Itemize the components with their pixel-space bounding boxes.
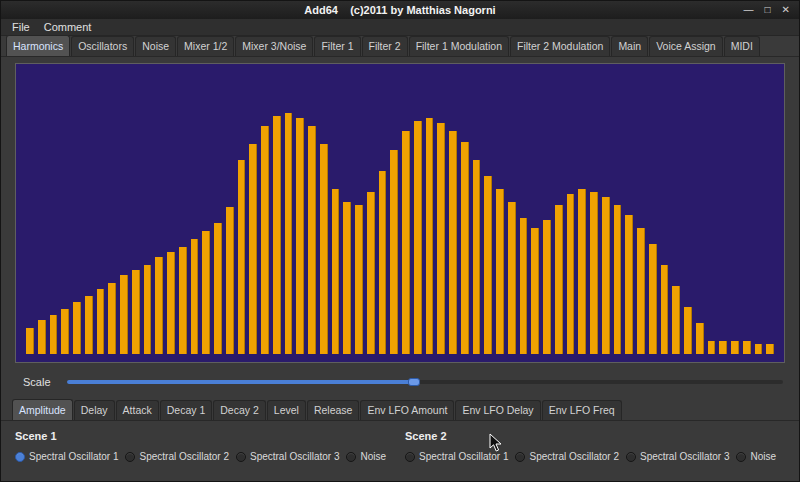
radio-icon[interactable] [346,452,356,462]
tab-mixer-1-2[interactable]: Mixer 1/2 [177,36,234,56]
harmonic-bar-51[interactable] [614,205,622,354]
harmonic-bar-16[interactable] [202,231,210,354]
radio-icon[interactable] [405,452,415,462]
harmonic-bar-44[interactable] [531,228,539,354]
harmonic-bar-10[interactable] [132,270,140,354]
harmonic-bar-28[interactable] [343,202,351,354]
radio-option-scene-1-noise[interactable]: Noise [346,451,386,462]
tab-env-lfo-freq[interactable]: Env LFO Freq [542,400,622,420]
harmonic-bar-24[interactable] [296,118,304,354]
harmonic-bar-33[interactable] [402,131,410,354]
radio-option-scene-1-spectral-oscillator-2[interactable]: Spectral Oscillator 2 [125,451,228,462]
harmonic-bar-54[interactable] [649,244,657,354]
harmonic-bar-14[interactable] [179,247,187,354]
menu-comment[interactable]: Comment [37,20,99,34]
harmonic-bar-11[interactable] [144,265,152,354]
tab-main[interactable]: Main [611,36,648,56]
harmonic-bar-25[interactable] [308,126,316,354]
tab-filter-1-modulation[interactable]: Filter 1 Modulation [409,36,509,56]
harmonic-bar-35[interactable] [426,118,434,354]
maximize-button[interactable]: □ [765,1,771,19]
harmonic-bar-45[interactable] [543,220,551,354]
radio-icon[interactable] [15,452,25,462]
slider-handle[interactable] [408,378,420,386]
radio-icon[interactable] [515,452,525,462]
harmonic-bar-62[interactable] [743,341,751,354]
harmonic-bar-53[interactable] [637,228,645,354]
radio-option-scene-2-spectral-oscillator-3[interactable]: Spectral Oscillator 3 [626,451,729,462]
radio-option-scene-2-noise[interactable]: Noise [736,451,776,462]
harmonic-bar-12[interactable] [155,257,163,354]
tab-voice-assign[interactable]: Voice Assign [649,36,723,56]
tab-env-lfo-amount[interactable]: Env LFO Amount [360,400,454,420]
tab-filter-2[interactable]: Filter 2 [362,36,408,56]
harmonic-bar-9[interactable] [120,275,128,354]
tab-filter-2-modulation[interactable]: Filter 2 Modulation [510,36,610,56]
harmonic-bar-57[interactable] [684,307,692,354]
harmonic-bar-3[interactable] [50,315,58,354]
harmonic-bar-60[interactable] [719,341,727,354]
harmonic-bar-50[interactable] [602,197,610,354]
harmonic-bar-48[interactable] [578,189,586,354]
tab-attack[interactable]: Attack [116,400,159,420]
minimize-button[interactable]: — [744,1,754,19]
harmonic-bar-63[interactable] [755,344,763,354]
radio-option-scene-2-spectral-oscillator-1[interactable]: Spectral Oscillator 1 [405,451,508,462]
harmonic-bar-2[interactable] [38,320,46,354]
tab-harmonics[interactable]: Harmonics [6,35,70,56]
harmonic-bar-40[interactable] [484,176,492,354]
harmonic-bar-17[interactable] [214,223,222,354]
harmonic-bar-7[interactable] [97,289,105,355]
harmonic-bar-15[interactable] [191,239,199,354]
harmonic-bar-6[interactable] [85,296,93,354]
harmonic-bar-22[interactable] [273,116,281,354]
tab-level[interactable]: Level [267,400,306,420]
harmonic-bar-41[interactable] [496,189,504,354]
harmonic-bar-19[interactable] [238,160,246,354]
harmonic-bar-38[interactable] [461,142,469,354]
harmonic-bar-47[interactable] [567,194,575,354]
harmonic-bar-46[interactable] [555,205,563,354]
harmonic-bar-5[interactable] [73,302,81,354]
harmonic-bar-31[interactable] [379,171,387,354]
harmonic-bar-27[interactable] [332,189,340,354]
harmonic-bar-42[interactable] [508,202,516,354]
harmonic-bar-61[interactable] [731,341,739,354]
menu-file[interactable]: File [5,20,37,34]
harmonic-bar-34[interactable] [414,121,422,354]
tab-delay[interactable]: Delay [74,400,115,420]
harmonic-bar-55[interactable] [661,265,669,354]
radio-icon[interactable] [736,452,746,462]
tab-midi[interactable]: MIDI [724,36,760,56]
titlebar[interactable]: Add64 (c)2011 by Matthias Nagorni — □ ✕ [1,1,799,19]
harmonic-bar-52[interactable] [625,215,633,354]
harmonic-bar-29[interactable] [355,205,363,354]
harmonic-bar-18[interactable] [226,207,234,354]
radio-option-scene-1-spectral-oscillator-3[interactable]: Spectral Oscillator 3 [236,451,339,462]
harmonic-bar-20[interactable] [249,144,257,354]
tab-noise[interactable]: Noise [135,36,176,56]
scale-slider[interactable] [67,375,783,389]
harmonic-bar-49[interactable] [590,192,598,354]
tab-mixer-3-noise[interactable]: Mixer 3/Noise [235,36,313,56]
harmonic-bar-26[interactable] [320,144,328,354]
harmonic-bar-37[interactable] [449,131,457,354]
harmonic-bar-23[interactable] [285,113,293,354]
radio-icon[interactable] [236,452,246,462]
tab-release[interactable]: Release [307,400,360,420]
tab-amplitude[interactable]: Amplitude [12,399,73,420]
harmonic-bar-4[interactable] [61,309,69,354]
harmonic-bar-30[interactable] [367,192,375,354]
radio-icon[interactable] [125,452,135,462]
tab-oscillators[interactable]: Oscillators [71,36,134,56]
harmonic-bar-13[interactable] [167,252,175,354]
tab-filter-1[interactable]: Filter 1 [314,36,360,56]
radio-option-scene-1-spectral-oscillator-1[interactable]: Spectral Oscillator 1 [15,451,118,462]
radio-option-scene-2-spectral-oscillator-2[interactable]: Spectral Oscillator 2 [515,451,618,462]
tab-decay-1[interactable]: Decay 1 [160,400,213,420]
tab-env-lfo-delay[interactable]: Env LFO Delay [455,400,540,420]
harmonic-bar-58[interactable] [696,323,704,354]
harmonic-bar-64[interactable] [766,344,774,354]
radio-icon[interactable] [626,452,636,462]
tab-decay-2[interactable]: Decay 2 [213,400,266,420]
